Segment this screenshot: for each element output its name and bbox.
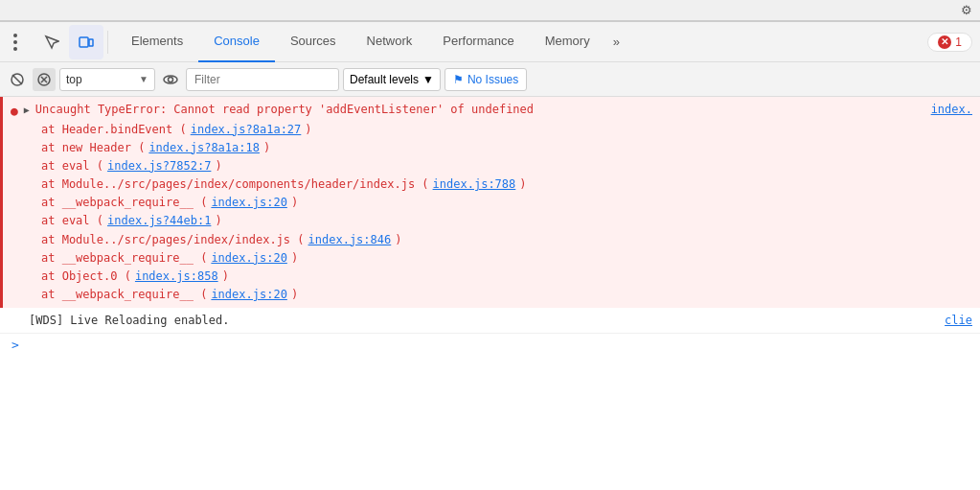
svg-point-8 bbox=[169, 77, 173, 82]
error-file-ref[interactable]: index. bbox=[920, 101, 972, 118]
console-error-block: ● ▶ Uncaught TypeError: Cannot read prop… bbox=[0, 97, 980, 308]
stack-link[interactable]: index.js:788 bbox=[433, 175, 516, 194]
inspect-element-button[interactable] bbox=[34, 25, 69, 59]
badge-area: ✕ 1 bbox=[927, 33, 980, 52]
default-levels-select[interactable]: Default levels ▼ bbox=[343, 68, 441, 91]
stack-line: at new Header (index.js?8a1a:18) bbox=[41, 139, 972, 157]
flag-icon: ⚑ bbox=[453, 73, 464, 86]
stack-suffix: ) bbox=[222, 268, 229, 286]
top-bar-icon: ⚙ bbox=[961, 3, 972, 17]
no-issues-button[interactable]: ⚑ No Issues bbox=[444, 68, 527, 91]
stack-link[interactable]: index.js?8a1a:18 bbox=[148, 139, 260, 157]
stack-link[interactable]: index.js:20 bbox=[211, 286, 286, 304]
tab-console[interactable]: Console bbox=[198, 22, 275, 62]
error-count-label: 1 bbox=[955, 35, 962, 49]
tab-bar: Elements Console Sources Network Perform… bbox=[0, 22, 980, 62]
console-toolbar: top ▼ Default levels ▼ ⚑ No Issues bbox=[0, 62, 980, 97]
devtools-drag-handle[interactable] bbox=[0, 22, 31, 62]
tab-performance[interactable]: Performance bbox=[427, 22, 529, 62]
wds-file-ref[interactable]: clie bbox=[945, 312, 972, 329]
stack-suffix: ) bbox=[291, 194, 298, 212]
error-circle-icon[interactable]: ● bbox=[11, 102, 18, 121]
stop-messages-button[interactable] bbox=[33, 68, 56, 91]
tab-sources[interactable]: Sources bbox=[275, 22, 352, 62]
wds-message-text: [WDS] Live Reloading enabled. bbox=[29, 312, 230, 329]
stack-prefix: at __webpack_require__ ( bbox=[41, 286, 207, 304]
error-main-text: Uncaught TypeError: Cannot read property… bbox=[35, 101, 914, 118]
tab-list: Elements Console Sources Network Perform… bbox=[116, 22, 605, 62]
stack-link[interactable]: index.js:858 bbox=[135, 268, 218, 286]
stack-line: at __webpack_require__ (index.js:20) bbox=[41, 194, 972, 212]
console-output: ● ▶ Uncaught TypeError: Cannot read prop… bbox=[0, 97, 980, 490]
error-stack: at Header.bindEvent (index.js?8a1a:27)at… bbox=[11, 121, 972, 305]
tab-network[interactable]: Network bbox=[352, 22, 428, 62]
stack-line: at Object.0 (index.js:858) bbox=[41, 268, 972, 286]
svg-rect-0 bbox=[80, 37, 88, 47]
stack-link[interactable]: index.js:846 bbox=[308, 231, 392, 249]
prompt-arrow-icon: > bbox=[11, 338, 19, 352]
svg-rect-1 bbox=[89, 39, 93, 46]
stack-suffix: ) bbox=[395, 231, 401, 249]
device-toggle-button[interactable] bbox=[69, 25, 103, 59]
stack-prefix: at Module../src/pages/index/index.js ( bbox=[41, 231, 305, 249]
stack-prefix: at new Header ( bbox=[41, 139, 145, 157]
stack-prefix: at eval ( bbox=[41, 157, 103, 175]
stack-suffix: ) bbox=[291, 249, 298, 268]
stack-link[interactable]: index.js:20 bbox=[211, 249, 286, 268]
stack-link[interactable]: index.js?44eb:1 bbox=[107, 212, 211, 230]
stack-prefix: at Module../src/pages/index/components/h… bbox=[41, 175, 429, 194]
stack-link[interactable]: index.js:20 bbox=[211, 194, 286, 212]
error-header: ● ▶ Uncaught TypeError: Cannot read prop… bbox=[11, 101, 972, 121]
stack-line: at eval (index.js?7852:7) bbox=[41, 157, 972, 175]
stack-link[interactable]: index.js?8a1a:27 bbox=[191, 121, 302, 139]
context-arrow-icon: ▼ bbox=[139, 74, 148, 84]
filter-input[interactable] bbox=[186, 68, 339, 91]
error-count-badge[interactable]: ✕ 1 bbox=[927, 33, 972, 52]
stack-prefix: at Header.bindEvent ( bbox=[41, 121, 187, 139]
stack-prefix: at Object.0 ( bbox=[41, 268, 131, 286]
stack-line: at eval (index.js?44eb:1) bbox=[41, 212, 972, 230]
error-badge-icon: ✕ bbox=[938, 35, 951, 49]
stack-line: at Module../src/pages/index/index.js (in… bbox=[41, 231, 972, 249]
stack-prefix: at __webpack_require__ ( bbox=[41, 249, 207, 268]
stack-suffix: ) bbox=[305, 121, 311, 139]
no-issues-label: No Issues bbox=[467, 73, 518, 86]
wds-message: [WDS] Live Reloading enabled. clie bbox=[0, 308, 980, 334]
svg-line-3 bbox=[12, 75, 22, 84]
stack-suffix: ) bbox=[215, 212, 221, 230]
stack-line: at __webpack_require__ (index.js:20) bbox=[41, 249, 972, 268]
stack-prefix: at eval ( bbox=[41, 212, 103, 230]
stack-line: at Header.bindEvent (index.js?8a1a:27) bbox=[41, 121, 972, 139]
levels-arrow-icon: ▼ bbox=[422, 73, 434, 86]
stack-suffix: ) bbox=[519, 175, 526, 194]
stack-line: at Module../src/pages/index/components/h… bbox=[41, 175, 972, 194]
stack-link[interactable]: index.js?7852:7 bbox=[107, 157, 211, 175]
stack-prefix: at __webpack_require__ ( bbox=[41, 194, 207, 212]
console-prompt[interactable]: > bbox=[0, 334, 980, 356]
stack-suffix: ) bbox=[215, 157, 221, 175]
eye-icon-button[interactable] bbox=[159, 68, 182, 91]
expand-icon[interactable]: ▶ bbox=[24, 103, 30, 117]
context-select[interactable]: top ▼ bbox=[59, 68, 155, 91]
devtools-panel: Elements Console Sources Network Perform… bbox=[0, 21, 980, 490]
stack-suffix: ) bbox=[291, 286, 298, 304]
tab-elements[interactable]: Elements bbox=[116, 22, 198, 62]
stack-suffix: ) bbox=[263, 139, 270, 157]
levels-label: Default levels bbox=[350, 73, 419, 86]
tab-divider bbox=[107, 31, 108, 54]
stack-line: at __webpack_require__ (index.js:20) bbox=[41, 286, 972, 304]
clear-console-button[interactable] bbox=[6, 68, 29, 91]
more-tabs-button[interactable]: » bbox=[605, 22, 627, 62]
tab-memory[interactable]: Memory bbox=[530, 22, 605, 62]
devtools-icon-buttons bbox=[34, 22, 103, 62]
context-value: top bbox=[66, 73, 135, 86]
